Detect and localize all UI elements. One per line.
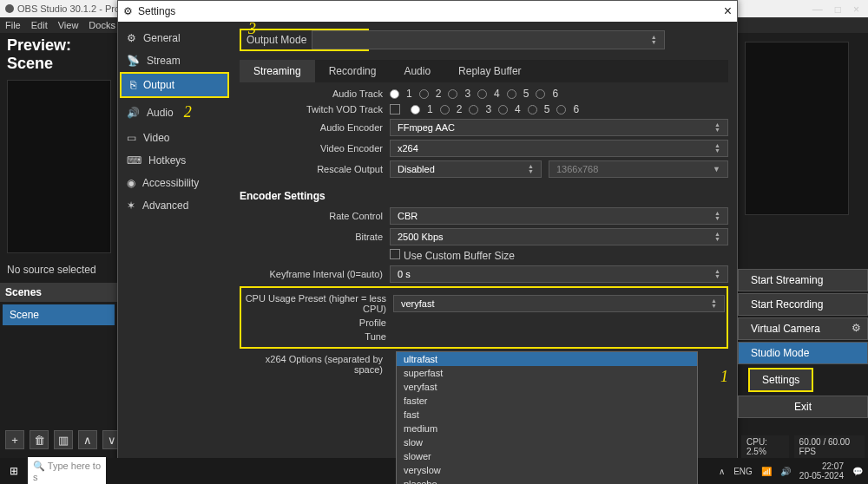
preset-veryfast[interactable]: veryfast (397, 380, 697, 394)
sidebar-item-audio[interactable]: 🔊Audio2 (118, 98, 231, 127)
vod-track-1[interactable] (411, 105, 420, 114)
add-scene-button[interactable]: + (5, 430, 24, 449)
exit-button[interactable]: Exit (738, 396, 868, 418)
twitch-vod-label: Twitch VOD Track (240, 104, 383, 114)
scenes-header: Scenes (0, 283, 117, 302)
output-tabs: Streaming Recording Audio Replay Buffer (240, 60, 728, 82)
tray-time[interactable]: 22:07 (799, 461, 844, 471)
audio-track-4[interactable] (477, 89, 487, 99)
audio-track-6[interactable] (536, 89, 545, 99)
tray-date: 20-05-2024 (799, 471, 844, 481)
start-streaming-button[interactable]: Start Streaming (738, 269, 868, 291)
output-mode-select[interactable]: ▲▼ (312, 30, 665, 49)
delete-scene-button[interactable]: 🗑 (30, 430, 49, 449)
vod-track-3[interactable] (469, 105, 478, 114)
vod-track-6[interactable] (556, 105, 566, 114)
menu-edit[interactable]: Edit (31, 20, 48, 30)
tab-recording[interactable]: Recording (315, 60, 391, 82)
start-button[interactable]: ⊞ (5, 462, 23, 480)
sidebar-item-video[interactable]: ▭Video (118, 127, 231, 149)
sidebar-item-accessibility[interactable]: ◉Accessibility (118, 172, 231, 194)
fps-status: 60.00 / 60.00 FPS (794, 435, 865, 458)
taskbar-search[interactable]: 🔍 Type here to s (28, 457, 106, 485)
tray-chevron-icon[interactable]: ∧ (719, 467, 725, 476)
minimize-button[interactable]: — (812, 3, 823, 16)
rate-control-label: Rate Control (240, 211, 383, 221)
preview-thumbnail (7, 80, 111, 253)
preset-fast[interactable]: fast (397, 408, 697, 422)
video-encoder-label: Video Encoder (240, 143, 383, 154)
settings-button[interactable]: Settings (748, 368, 813, 392)
menu-view[interactable]: View (58, 20, 79, 30)
video-encoder-select[interactable]: x264▲▼ (390, 140, 728, 157)
audio-track-2[interactable] (419, 89, 429, 99)
custom-buffer-checkbox[interactable] (390, 249, 400, 259)
virtual-camera-settings-button[interactable]: ⚙ (847, 319, 865, 337)
twitch-vod-checkbox[interactable] (390, 104, 400, 114)
preset-faster[interactable]: faster (397, 394, 697, 408)
chevron-updown-icon: ▲▼ (714, 269, 720, 279)
modal-close-button[interactable]: × (724, 3, 732, 19)
preset-veryslow[interactable]: veryslow (397, 463, 697, 477)
tab-streaming[interactable]: Streaming (240, 60, 315, 82)
rate-control-select[interactable]: CBR▲▼ (390, 207, 728, 225)
audio-track-1[interactable] (390, 89, 399, 99)
chevron-updown-icon: ▲▼ (711, 298, 717, 309)
sidebar-item-stream[interactable]: 📡Stream (118, 49, 231, 72)
preset-ultrafast[interactable]: ultrafast (397, 352, 697, 366)
accessibility-icon: ◉ (127, 177, 135, 189)
chevron-updown-icon: ▲▼ (651, 35, 657, 45)
preset-slow[interactable]: slow (397, 435, 697, 449)
scene-filter-button[interactable]: ▥ (54, 430, 73, 449)
scene-up-button[interactable]: ∧ (78, 430, 97, 449)
preview-title: Preview: Scene (0, 33, 117, 76)
tray-wifi-icon[interactable]: 📶 (761, 467, 772, 476)
vod-track-4[interactable] (498, 105, 508, 114)
tray-language[interactable]: ENG (733, 467, 753, 476)
menu-docks[interactable]: Docks (89, 20, 115, 30)
audio-encoder-select[interactable]: FFmpeg AAC▲▼ (390, 119, 728, 136)
annotation-2: 2 (184, 103, 192, 121)
tab-audio[interactable]: Audio (390, 60, 444, 82)
rescale-resolution-select[interactable]: 1366x768▼ (549, 160, 728, 178)
audio-track-label: Audio Track (240, 88, 383, 99)
chevron-updown-icon: ▲▼ (714, 143, 720, 154)
app-icon (5, 4, 14, 13)
vod-track-2[interactable] (440, 105, 450, 114)
audio-track-radios: 1 2 3 4 5 6 (390, 88, 558, 100)
vod-track-5[interactable] (528, 105, 537, 114)
program-thumbnail (745, 42, 849, 215)
menu-file[interactable]: File (5, 20, 21, 30)
cpu-status: CPU: 2.5% (741, 435, 789, 458)
bitrate-input[interactable]: 2500 Kbps▲▼ (390, 228, 728, 245)
tray-volume-icon[interactable]: 🔊 (780, 467, 791, 476)
tray-notifications-icon[interactable]: 💬 (852, 467, 863, 476)
studio-mode-button[interactable]: Studio Mode (738, 342, 868, 364)
tab-replay-buffer[interactable]: Replay Buffer (444, 60, 536, 82)
preset-medium[interactable]: medium (397, 422, 697, 435)
cpu-preset-select[interactable]: veryfast▲▼ (393, 295, 725, 312)
audio-track-5[interactable] (507, 89, 516, 99)
sidebar-item-advanced[interactable]: ✶Advanced (118, 194, 231, 217)
scene-item[interactable]: Scene (2, 304, 115, 326)
sidebar-item-output[interactable]: ⎘Output (120, 72, 229, 98)
sidebar-item-hotkeys[interactable]: ⌨Hotkeys (118, 149, 231, 172)
audio-encoder-label: Audio Encoder (240, 122, 383, 133)
keyboard-icon: ⌨ (127, 154, 141, 167)
start-recording-button[interactable]: Start Recording (738, 293, 868, 316)
keyframe-input[interactable]: 0 s▲▼ (390, 265, 728, 283)
chevron-down-icon: ▼ (713, 165, 720, 173)
encoder-settings-header: Encoder Settings (240, 190, 728, 202)
preset-superfast[interactable]: superfast (397, 366, 697, 380)
preset-slower[interactable]: slower (397, 449, 697, 463)
rescale-select[interactable]: Disabled▲▼ (390, 160, 542, 178)
annotation-1: 1 (720, 368, 728, 386)
maximize-button[interactable]: □ (835, 3, 841, 16)
audio-track-3[interactable] (448, 89, 457, 99)
chevron-updown-icon: ▲▼ (528, 164, 534, 174)
sidebar-item-general[interactable]: ⚙General (118, 27, 231, 49)
chevron-updown-icon: ▲▼ (714, 211, 720, 221)
output-icon: ⎘ (130, 79, 136, 91)
close-button[interactable]: × (853, 3, 859, 16)
preset-placebo[interactable]: placebo (397, 477, 697, 484)
